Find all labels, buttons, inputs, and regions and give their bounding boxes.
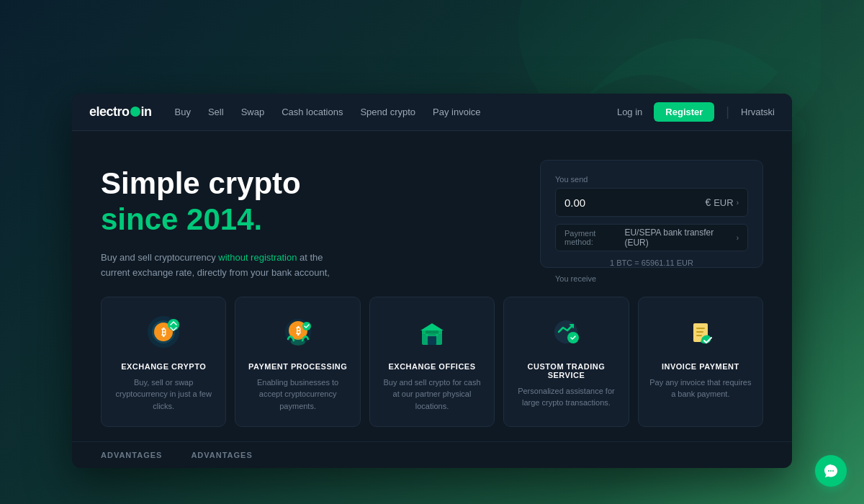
logo-coin-icon	[130, 107, 140, 117]
svg-text:₿: ₿	[161, 327, 166, 338]
custom-trading-icon	[546, 312, 586, 352]
send-label: You send	[555, 175, 748, 184]
exchange-crypto-icon: ₿	[143, 312, 184, 352]
send-amount-row[interactable]: € EUR ›	[555, 188, 748, 217]
lang-divider: |	[726, 104, 729, 120]
nav-spend-crypto[interactable]: Spend crypto	[360, 107, 415, 117]
exchange-offices-icon	[412, 312, 452, 352]
nav-swap[interactable]: Swap	[241, 107, 265, 117]
svg-rect-23	[828, 470, 829, 472]
main-window: electroin Buy Sell Swap Cash locations S…	[72, 94, 792, 468]
hero-description: Buy and sell cryptocurrency without regi…	[101, 251, 346, 282]
feature-invoice-payment-title: INVOICE PAYMENT	[649, 362, 752, 371]
nav-cash-locations[interactable]: Cash locations	[282, 107, 343, 117]
feature-exchange-offices: EXCHANGE OFFICES Buy and sell crypto for…	[369, 297, 495, 428]
register-nav-button[interactable]: Register	[654, 102, 714, 122]
svg-rect-21	[696, 331, 703, 333]
svg-point-9	[291, 338, 305, 346]
eur-icon: €	[705, 197, 711, 208]
receive-label: You receive	[555, 274, 748, 282]
svg-rect-25	[832, 470, 834, 472]
feature-payment-processing-desc: Enabling businesses to accept cryptocurr…	[246, 377, 349, 413]
svg-point-5	[168, 319, 179, 330]
hero-desc-part1: Buy and sell cryptocurrency	[101, 252, 218, 263]
feature-exchange-offices-desc: Buy and sell crypto for cash at our part…	[380, 377, 484, 413]
advantages-label-left: ADVANTAGES	[101, 451, 162, 459]
exchange-widget: You send € EUR › Payment method: EU/SEPA…	[540, 160, 763, 268]
nav-sell[interactable]: Sell	[208, 107, 224, 117]
send-currency-label: EUR	[714, 197, 733, 208]
bottom-bar: ADVANTAGES ADVANTAGES	[72, 441, 792, 468]
invoice-payment-icon	[680, 312, 721, 352]
svg-rect-22	[696, 335, 702, 336]
login-button[interactable]: Log in	[617, 107, 642, 117]
feature-invoice-payment: INVOICE PAYMENT Pay any invoice that req…	[638, 297, 763, 428]
advantages-label-right: ADVANTAGES	[191, 451, 252, 459]
logo[interactable]: electroin	[89, 104, 152, 120]
language-selector[interactable]: Hrvatski	[741, 107, 775, 117]
feature-invoice-payment-desc: Pay any invoice that requires a bank pay…	[649, 377, 752, 400]
exchange-rate: 1 BTC = 65961.11 EUR	[555, 258, 748, 267]
feature-payment-processing-title: PAYMENT PROCESSING	[246, 362, 349, 371]
payment-chevron: ›	[737, 234, 739, 242]
nav-buy[interactable]: Buy	[175, 107, 191, 117]
chat-button[interactable]	[815, 455, 847, 487]
payment-method-row[interactable]: Payment method: EU/SEPA bank transfer (E…	[555, 224, 748, 251]
feature-custom-trading-title: CUSTOM TRADING SERVICE	[514, 362, 618, 379]
nav-right: Log in Register | Hrvatski	[617, 102, 775, 122]
feature-exchange-offices-title: EXCHANGE OFFICES	[380, 362, 484, 371]
feature-custom-trading-desc: Personalized assistance for large crypto…	[514, 385, 618, 409]
send-currency-chevron: ›	[737, 199, 739, 207]
payment-method-value: EU/SEPA bank transfer (EUR)	[624, 228, 736, 248]
main-content: Simple crypto since 2014. Buy and sell c…	[72, 131, 792, 282]
nav-pay-invoice[interactable]: Pay invoice	[433, 107, 480, 117]
feature-exchange-crypto: ₿ EXCHANGE CRYPTO Buy, sell or swap cryp…	[101, 297, 226, 428]
feature-exchange-crypto-title: EXCHANGE CRYPTO	[112, 362, 215, 371]
features-section: ₿ EXCHANGE CRYPTO Buy, sell or swap cryp…	[72, 282, 792, 442]
hero-title-line2: since 2014.	[101, 203, 511, 236]
svg-rect-24	[830, 470, 832, 472]
feature-payment-processing: ₿ PAYMENT PROCESSING Enabling businesses…	[235, 297, 360, 428]
send-amount-input[interactable]	[564, 197, 705, 209]
svg-rect-16	[438, 330, 442, 334]
send-currency-selector[interactable]: € EUR ›	[705, 197, 739, 208]
svg-text:₿: ₿	[295, 325, 300, 336]
svg-rect-13	[428, 336, 436, 345]
payment-method-label: Payment method:	[564, 229, 624, 246]
nav-links: Buy Sell Swap Cash locations Spend crypt…	[175, 107, 617, 117]
navbar: electroin Buy Sell Swap Cash locations S…	[72, 94, 792, 131]
hero-section: Simple crypto since 2014. Buy and sell c…	[101, 160, 511, 268]
svg-rect-15	[422, 330, 426, 334]
logo-text: electroin	[89, 104, 152, 120]
feature-exchange-crypto-desc: Buy, sell or swap cryptocurrency in just…	[112, 377, 215, 413]
hero-title-line1: Simple crypto	[101, 167, 511, 200]
svg-rect-20	[696, 328, 705, 329]
hero-desc-highlight: without registration	[218, 252, 297, 263]
payment-processing-icon: ₿	[278, 312, 318, 352]
feature-custom-trading: CUSTOM TRADING SERVICE Personalized assi…	[503, 297, 629, 428]
